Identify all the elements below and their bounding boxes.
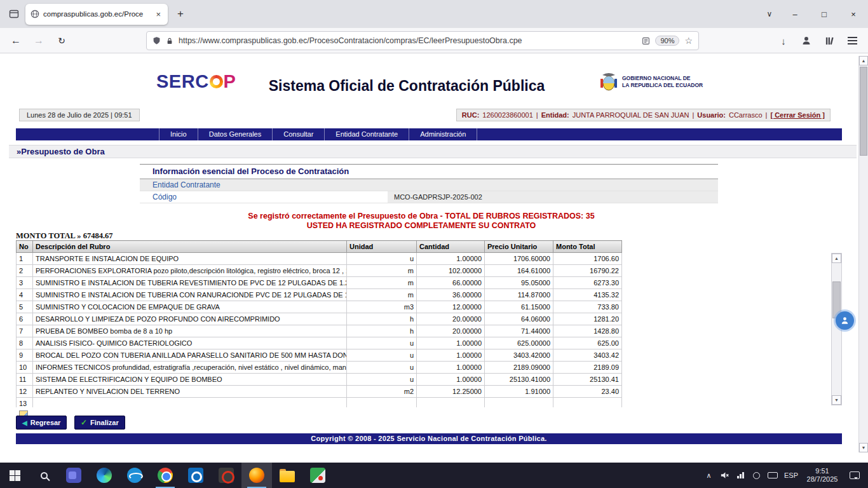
acrobat-icon[interactable] (211, 463, 241, 488)
tray-chevron-icon[interactable]: ∧ (701, 463, 717, 488)
back-icon[interactable]: ← (6, 31, 25, 50)
cell-desc: REPLANTEO Y NIVELACION DEL TERRENO (33, 386, 347, 398)
table-scrollbar[interactable]: ▲ ▼ (831, 253, 842, 405)
table-scroll-down-icon[interactable]: ▼ (832, 395, 841, 405)
menu-item-inicio[interactable]: Inicio (159, 128, 198, 140)
forward-icon[interactable]: → (29, 31, 48, 50)
lock-icon[interactable] (166, 37, 173, 45)
close-button[interactable]: × (839, 0, 868, 28)
cell-unidad: u (347, 253, 417, 265)
cell-monto: 23.40 (553, 386, 622, 398)
shield-icon[interactable] (153, 36, 161, 45)
cell-cantidad: 66.00000 (417, 277, 485, 289)
page-scrollbar-thumb[interactable] (860, 67, 867, 156)
table-row: 4SUMINISTRO E INSTALACION DE TUBERIA CON… (17, 289, 622, 301)
url-text[interactable]: https://www.compraspublicas.gob.ec/Proce… (179, 36, 637, 45)
internet-explorer-icon[interactable] (119, 463, 150, 488)
zoom-level-chip[interactable]: 90% (655, 36, 679, 46)
cell-precio: 164.61000 (485, 265, 553, 277)
regresar-button[interactable]: ◀ Regresar (16, 416, 67, 430)
cell-unidad: u (347, 349, 417, 362)
cell-desc: PRUEBA DE BOMBEO bomba de 8 a 10 hp (33, 325, 347, 337)
menu-hamburger-icon[interactable] (843, 31, 862, 50)
cell-desc: INFORMES TECNICOS profundidad, estratigr… (33, 362, 347, 374)
breadcrumb: »Presupuesto de Obra (9, 145, 857, 158)
cell-unidad: u (347, 362, 417, 374)
account-icon[interactable] (797, 31, 816, 50)
table-row: 1TRANSPORTE E INSTALACION DE EQUIPOu1.00… (17, 253, 622, 265)
cell-precio: 1.91000 (485, 386, 553, 398)
reload-icon[interactable]: ↻ (52, 31, 71, 50)
reader-view-icon[interactable] (642, 37, 650, 45)
taskbar-clock[interactable]: 9:51 28/7/2025 (802, 467, 843, 484)
firefox-icon[interactable] (241, 463, 272, 488)
menu-spacer (16, 128, 159, 140)
url-bar[interactable]: https://www.compraspublicas.gob.ec/Proce… (146, 31, 699, 50)
back-arrow-icon: ◀ (22, 419, 27, 426)
menu-item-consultar[interactable]: Consultar (273, 128, 325, 140)
browser-tab[interactable]: compraspublicas.gob.ec/Proce × (25, 4, 168, 25)
menu-item-administracion[interactable]: Administración (409, 128, 477, 140)
cell-monto: 25130.41 (553, 374, 622, 386)
screen-capture-app-icon[interactable] (302, 463, 333, 488)
cell-no: 4 (17, 289, 33, 301)
bookmark-star-icon[interactable]: ☆ (684, 36, 693, 46)
menu-item-entidad-contratante[interactable]: Entidad Contratante (325, 128, 409, 140)
table-row: 5SUMINISTRO Y COLOCACION DE EMPAQUE DE G… (17, 301, 622, 313)
table-row: 12REPLANTEO Y NIVELACION DEL TERRENOm212… (17, 386, 622, 398)
info-value-entidad (388, 179, 718, 191)
search-icon[interactable] (29, 463, 58, 488)
separator: | (536, 111, 538, 119)
edge-icon[interactable] (89, 463, 119, 488)
outlook-icon[interactable] (180, 463, 211, 488)
library-icon[interactable] (820, 31, 839, 50)
table-row: 7PRUEBA DE BOMBEO bomba de 8 a 10 hph20.… (17, 325, 622, 337)
page-scrollbar[interactable]: ▲ ▼ (858, 56, 868, 452)
info-label-codigo: Código (140, 191, 388, 203)
notifications-icon[interactable] (843, 471, 867, 479)
header-cantidad: Cantidad (417, 241, 485, 253)
chrome-icon[interactable] (150, 463, 180, 488)
firefox-view-icon[interactable] (6, 6, 22, 22)
teams-icon[interactable] (58, 463, 89, 488)
new-tab-button[interactable]: + (172, 5, 189, 23)
table-row: 13 (17, 398, 622, 408)
cell-no: 3 (17, 277, 33, 289)
finalizar-button[interactable]: ✓ Finalizar (74, 416, 125, 430)
cell-cantidad: 12.00000 (417, 301, 485, 313)
maximize-button[interactable]: □ (810, 0, 839, 28)
logout-link[interactable]: [ Cerrar Sesión ] (770, 111, 825, 119)
cell-cantidad: 36.00000 (417, 289, 485, 301)
cell-monto (553, 398, 622, 408)
accessibility-widget-button[interactable] (836, 311, 854, 330)
session-info-bar: RUC: 1260023860001 | Entidad: JUNTA PARR… (456, 109, 831, 121)
cell-precio: 625.00000 (485, 337, 553, 349)
sercop-logo-o-icon (210, 75, 223, 88)
start-button[interactable] (0, 463, 29, 488)
minimize-button[interactable]: – (780, 0, 810, 28)
touch-keyboard-icon[interactable] (764, 463, 780, 488)
cell-cantidad (417, 398, 485, 408)
page-scroll-down-icon[interactable]: ▼ (859, 443, 868, 452)
cell-no: 9 (17, 349, 33, 362)
volume-icon[interactable] (717, 463, 733, 488)
budget-table-body: 1TRANSPORTE E INSTALACION DE EQUIPOu1.00… (17, 253, 622, 408)
table-row: 2PERFORACIONES EXPLORATORIA pozo piloto,… (17, 265, 622, 277)
menu-item-datos-generales[interactable]: Datos Generales (198, 128, 273, 140)
table-row: 11SISTEMA DE ELECTRIFICACION Y EQUIPO DE… (17, 374, 622, 386)
cell-cantidad: 1.00000 (417, 362, 485, 374)
table-row: 9BROCAL DEL POZO CON TUBERIA ANILLADA PA… (17, 349, 622, 362)
page-scroll-up-icon[interactable]: ▲ (859, 56, 868, 65)
status-message: Se registró correctamente el Presupuesto… (0, 212, 843, 231)
list-all-tabs-icon[interactable]: ∨ (759, 10, 780, 18)
language-indicator[interactable]: ESP (780, 471, 802, 479)
cell-no: 12 (17, 386, 33, 398)
table-scroll-up-icon[interactable]: ▲ (832, 254, 841, 263)
network-icon[interactable] (733, 463, 749, 488)
cell-no: 2 (17, 265, 33, 277)
round-tray-icon[interactable] (749, 463, 764, 488)
tab-close-icon[interactable]: × (154, 10, 163, 18)
file-explorer-icon[interactable] (272, 463, 302, 488)
cell-desc: SUMINISTRO E INSTALACION DE TUBERIA REVE… (33, 277, 347, 289)
downloads-icon[interactable]: ↓ (774, 31, 793, 50)
